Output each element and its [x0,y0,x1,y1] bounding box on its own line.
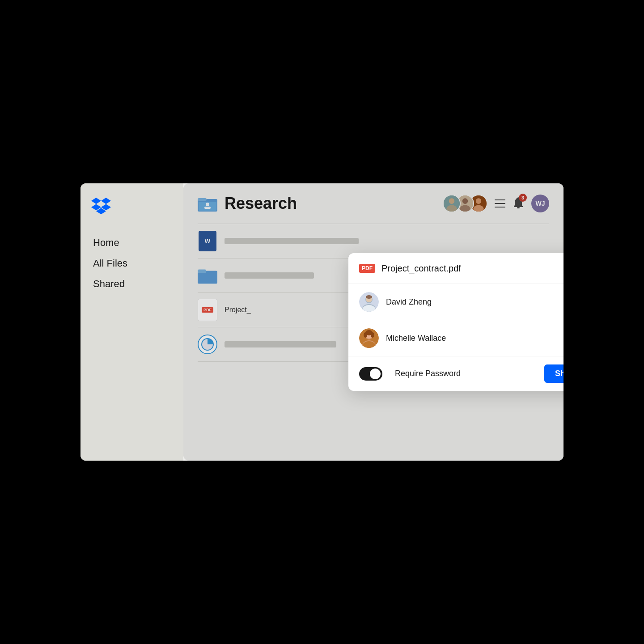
david-avatar-img [359,292,379,312]
dialog-user-row-michelle: Michelle Wallace [348,320,564,356]
sidebar-navigation: Home All Files Shared [91,234,173,292]
dialog-header: PDF Project_contract.pdf × [348,253,564,284]
michelle-avatar [359,328,379,348]
sidebar-logo [91,198,173,216]
dialog-footer: Require Password Share [348,356,564,391]
password-toggle[interactable] [359,367,382,381]
dropbox-logo-icon [91,198,111,215]
share-button[interactable]: Share [544,364,564,383]
toggle-knob [370,369,381,379]
sidebar-item-home[interactable]: Home [91,234,173,251]
svg-point-35 [371,332,374,338]
michelle-avatar-img [359,328,379,348]
dialog-user-row-david: David Zheng [348,284,564,320]
require-password-label: Require Password [395,369,537,378]
svg-point-34 [364,332,367,338]
michelle-name: Michelle Wallace [386,334,564,343]
dialog-pdf-badge: PDF [359,264,375,273]
sidebar-item-shared[interactable]: Shared [91,275,173,292]
dialog-filename: Project_contract.pdf [381,263,564,274]
david-name: David Zheng [386,297,564,307]
app-window: Home All Files Shared Research [80,183,564,461]
sidebar: Home All Files Shared [80,183,183,461]
share-dialog: PDF Project_contract.pdf × [348,253,564,391]
david-avatar [359,292,379,312]
sidebar-item-all-files[interactable]: All Files [91,255,173,272]
svg-point-25 [366,295,372,299]
main-content: Research [183,183,564,461]
